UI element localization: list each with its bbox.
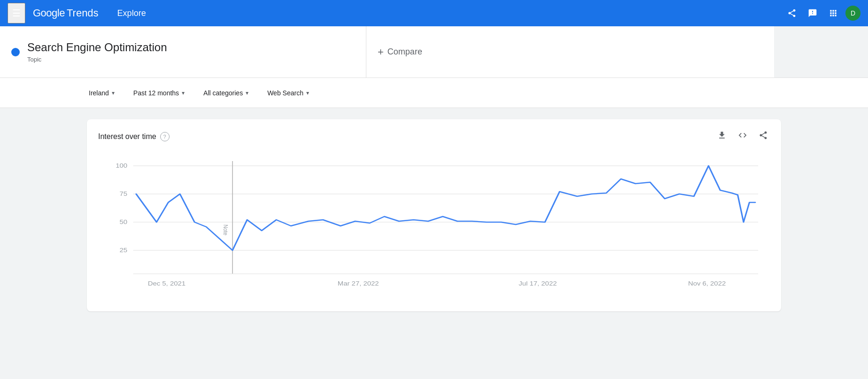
google-trends-logo: Google Trends xyxy=(33,7,99,19)
chart-actions xyxy=(715,129,770,144)
embed-button[interactable] xyxy=(736,129,749,144)
share-button[interactable] xyxy=(783,5,800,22)
region-filter-label: Ireland xyxy=(89,89,109,97)
compare-container[interactable]: + Compare xyxy=(366,26,774,77)
chart-container: 100 75 50 25 Note Dec 5, 2021 Mar 27, 20… xyxy=(98,152,770,302)
avatar[interactable]: D xyxy=(845,6,860,21)
header-left: ☰ Google Trends Explore xyxy=(8,3,146,23)
trend-chart-svg: 100 75 50 25 Note Dec 5, 2021 Mar 27, 20… xyxy=(98,152,770,302)
search-term-container: Search Engine Optimization Topic xyxy=(0,26,366,77)
app-header: ☰ Google Trends Explore D xyxy=(0,0,868,26)
trends-logo-text: Trends xyxy=(67,7,99,19)
menu-button[interactable]: ☰ xyxy=(8,3,25,23)
apps-icon xyxy=(829,8,838,18)
embed-icon xyxy=(738,131,747,140)
share-icon xyxy=(787,8,797,18)
right-spacer xyxy=(774,26,868,77)
main-content: Interest over time ? xyxy=(0,108,868,379)
search-area: Search Engine Optimization Topic + Compa… xyxy=(0,26,868,78)
svg-text:100: 100 xyxy=(116,162,127,169)
svg-text:75: 75 xyxy=(120,191,128,197)
region-filter[interactable]: Ireland ▾ xyxy=(87,85,116,101)
share-chart-icon xyxy=(759,131,768,140)
category-dropdown-arrow: ▾ xyxy=(246,90,248,96)
search-term-type: Topic xyxy=(27,56,167,63)
chart-header: Interest over time ? xyxy=(98,129,770,144)
explore-label: Explore xyxy=(117,8,146,18)
feedback-button[interactable] xyxy=(804,5,821,22)
apps-button[interactable] xyxy=(825,5,842,22)
help-icon[interactable]: ? xyxy=(160,132,170,141)
compare-label: Compare xyxy=(388,47,422,57)
svg-text:Jul 17, 2022: Jul 17, 2022 xyxy=(519,280,557,286)
svg-text:Dec 5, 2021: Dec 5, 2021 xyxy=(148,280,186,286)
search-type-filter[interactable]: Web Search ▾ xyxy=(265,85,311,101)
svg-text:Nov 6, 2022: Nov 6, 2022 xyxy=(688,280,726,286)
search-term-dot xyxy=(11,48,20,56)
feedback-icon xyxy=(808,8,817,18)
google-logo-text: Google xyxy=(33,7,65,19)
region-dropdown-arrow: ▾ xyxy=(112,90,115,96)
category-filter[interactable]: All categories ▾ xyxy=(202,85,250,101)
download-icon xyxy=(717,131,727,140)
search-type-dropdown-arrow: ▾ xyxy=(306,90,309,96)
time-range-dropdown-arrow: ▾ xyxy=(182,90,185,96)
category-filter-label: All categories xyxy=(203,89,243,97)
time-range-filter-label: Past 12 months xyxy=(133,89,179,97)
search-term-info: Search Engine Optimization Topic xyxy=(27,41,167,63)
svg-text:Note: Note xyxy=(222,224,229,235)
time-range-filter[interactable]: Past 12 months ▾ xyxy=(132,85,186,101)
svg-text:Mar 27, 2022: Mar 27, 2022 xyxy=(338,280,379,286)
compare-plus-icon: + xyxy=(378,46,384,58)
chart-title: Interest over time xyxy=(98,132,156,141)
download-button[interactable] xyxy=(715,129,728,144)
share-chart-button[interactable] xyxy=(757,129,770,144)
hamburger-icon: ☰ xyxy=(12,8,21,18)
interest-over-time-card: Interest over time ? xyxy=(87,119,781,311)
svg-text:25: 25 xyxy=(120,247,128,253)
header-right: D xyxy=(783,5,860,22)
svg-text:50: 50 xyxy=(120,219,128,225)
chart-title-area: Interest over time ? xyxy=(98,132,170,141)
filters-bar: Ireland ▾ Past 12 months ▾ All categorie… xyxy=(0,78,868,108)
search-term-title: Search Engine Optimization xyxy=(27,41,167,54)
search-type-filter-label: Web Search xyxy=(267,89,303,97)
